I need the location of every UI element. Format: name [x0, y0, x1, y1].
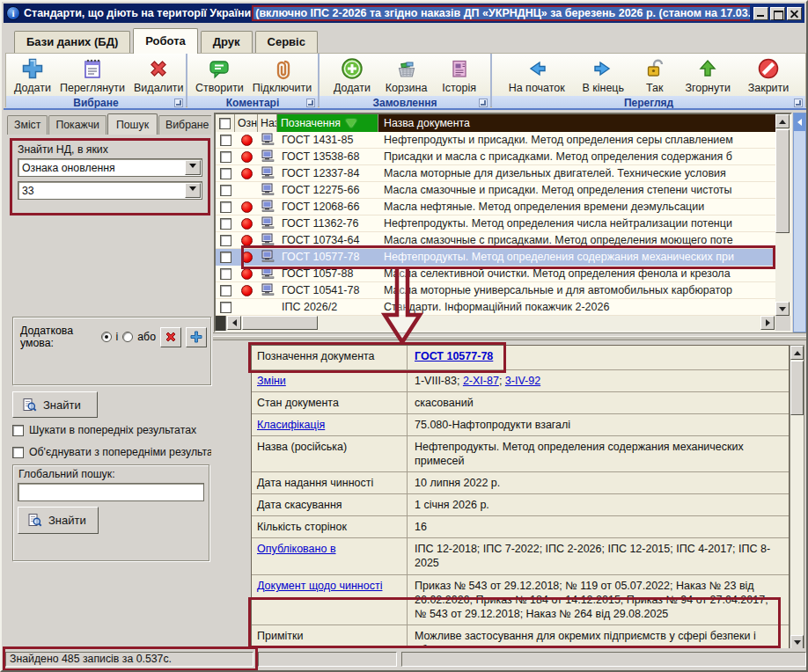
ribbon-button-корзина[interactable]: Корзина — [381, 55, 432, 95]
row-checkbox[interactable] — [216, 199, 235, 215]
ribbon-button-на-початок[interactable]: На початок — [504, 55, 569, 95]
designation-cell[interactable]: ІПС 2026/2 — [277, 299, 378, 315]
radio-or[interactable] — [122, 332, 133, 342]
scroll-thumb[interactable] — [790, 361, 804, 415]
table-row[interactable]: ГОСТ 12337-84Масла моторные для дизельны… — [216, 165, 775, 182]
collapse-pane-button[interactable] — [794, 113, 805, 131]
document-name-cell[interactable]: Масла селективной очистки. Метод определ… — [378, 266, 775, 281]
detail-label[interactable]: Документ щодо чинності — [252, 575, 408, 625]
ribbon-tab-бази-даних-бд-[interactable]: Бази даних (БД) — [14, 31, 130, 53]
row-checkbox[interactable] — [216, 215, 235, 231]
ribbon-tab-робота[interactable]: Робота — [133, 28, 198, 54]
ribbon-button-переглянути[interactable]: Переглянути — [55, 55, 129, 95]
designation-cell[interactable]: ГОСТ 10541-78 — [277, 282, 378, 298]
scroll-left-icon[interactable] — [227, 316, 241, 330]
ribbon-tab-друк[interactable]: Друк — [201, 31, 253, 53]
ribbon-button-історія[interactable]: Історія — [437, 55, 481, 95]
sidebar-tab-пошук[interactable]: Пошук — [107, 113, 158, 135]
row-checkbox[interactable] — [216, 249, 235, 265]
minimize-icon[interactable] — [753, 7, 768, 20]
designation-cell[interactable]: ГОСТ 10734-64 — [277, 232, 378, 248]
detail-value-link[interactable]: 2-XI-87 — [463, 375, 499, 387]
find-button[interactable]: Знайти — [12, 391, 98, 418]
scroll-down-icon[interactable] — [790, 635, 804, 649]
ribbon-button-закрити[interactable]: Закрити — [744, 55, 794, 95]
document-name-cell[interactable]: Присадки и масла с присадками. Метод опр… — [378, 149, 775, 164]
ribbon-button-видалити[interactable]: Видалити — [129, 55, 188, 95]
document-name-cell[interactable]: Масла моторные для дизельных двигателей.… — [378, 165, 775, 181]
table-row[interactable]: ГОСТ 1431-85Нефтепродукты и присадки. Ме… — [216, 132, 775, 149]
table-row[interactable]: ГОСТ 12068-66Масла нефтяные. Метод опред… — [216, 199, 775, 215]
sidebar-tab-вибране[interactable]: Вибране — [158, 115, 211, 135]
document-name-cell[interactable]: Масла моторные универсальные и для автом… — [378, 282, 775, 298]
scroll-up-icon[interactable] — [775, 114, 790, 128]
close-icon[interactable] — [787, 7, 802, 20]
row-checkbox[interactable] — [216, 182, 235, 198]
radio-and[interactable] — [101, 332, 112, 342]
row-checkbox[interactable] — [216, 165, 235, 181]
table-row[interactable]: ГОСТ 1057-88Масла селективной очистки. М… — [216, 266, 775, 282]
ribbon-button-додати[interactable]: Додати — [329, 55, 375, 95]
detail-value-link[interactable]: ГОСТ 10577-78 — [415, 350, 493, 362]
global-find-button[interactable]: Знайти — [18, 507, 99, 534]
checkbox-search-previous[interactable]: Шукати в попередніх результатах — [12, 424, 211, 436]
search-value-combobox[interactable]: 33 — [18, 181, 202, 200]
sidebar-tab-зміст[interactable]: Зміст — [7, 115, 48, 135]
maximize-icon[interactable] — [770, 7, 785, 20]
designation-cell[interactable]: ГОСТ 10577-78 — [277, 249, 378, 265]
ribbon-tab-сервіс[interactable]: Сервіс — [255, 31, 318, 53]
designation-cell[interactable]: ГОСТ 11362-76 — [277, 215, 378, 231]
designation-cell[interactable]: ГОСТ 13538-68 — [277, 149, 378, 164]
ribbon-button-додати[interactable]: Додати — [10, 55, 55, 95]
row-checkbox[interactable] — [216, 232, 235, 248]
checkbox-icon[interactable] — [12, 425, 24, 436]
table-horizontal-scrollbar[interactable] — [216, 316, 775, 331]
column-header-designation[interactable]: Позначення — [277, 114, 378, 132]
splitter-grip[interactable] — [216, 316, 226, 331]
detail-value-link[interactable]: 3-IV-92 — [505, 375, 540, 387]
dialog-launcher-icon[interactable] — [306, 99, 315, 107]
detail-label[interactable]: Зміни — [252, 370, 408, 391]
ribbon-button-так[interactable]: Так — [637, 55, 672, 95]
designation-cell[interactable]: ГОСТ 12337-84 — [277, 165, 378, 181]
designation-cell[interactable]: ГОСТ 1431-85 — [277, 132, 378, 148]
detail-label[interactable]: Класифікація — [252, 414, 408, 435]
ribbon-button-згорнути[interactable]: Згорнути — [680, 55, 735, 95]
scroll-right-icon[interactable] — [760, 316, 775, 330]
add-condition-button[interactable] — [186, 327, 207, 347]
designation-cell[interactable]: ГОСТ 1057-88 — [277, 266, 378, 281]
checkbox-merge-previous[interactable]: Об'єднувати з попередніми результатами — [12, 446, 211, 458]
table-row[interactable]: ГОСТ 12275-66Масла смазочные и присадки.… — [216, 182, 775, 199]
remove-condition-button[interactable] — [160, 327, 181, 347]
document-name-cell[interactable]: Масла смазочные и присадки. Метод опреде… — [378, 182, 775, 198]
column-header-naz[interactable]: Наз — [258, 114, 277, 132]
chevron-down-icon[interactable] — [185, 183, 201, 198]
designation-cell[interactable]: ГОСТ 12275-66 — [277, 182, 378, 198]
ribbon-button-створити[interactable]: Створити — [191, 55, 248, 95]
table-row[interactable]: ГОСТ 13538-68Присадки и масла с присадка… — [216, 149, 775, 165]
table-row[interactable]: ІПС 2026/2Стандарти. Інформаційний покаж… — [216, 299, 775, 316]
table-vertical-scrollbar[interactable] — [775, 114, 790, 316]
document-name-cell[interactable]: Масла смазочные с присадками. Метод опре… — [378, 232, 775, 248]
sidebar-tab-покажчи[interactable]: Покажчи — [48, 115, 107, 135]
row-checkbox[interactable] — [216, 266, 235, 281]
dialog-launcher-icon[interactable] — [479, 99, 488, 107]
table-row[interactable]: ГОСТ 10577-78Нефтепродукты. Метод опреде… — [216, 249, 775, 266]
scroll-thumb[interactable] — [242, 316, 318, 330]
checkbox-icon[interactable] — [12, 447, 24, 458]
scroll-up-icon[interactable] — [790, 346, 804, 360]
document-name-cell[interactable]: Нефтепродукты и присадки. Метод определе… — [378, 132, 775, 148]
row-checkbox[interactable] — [216, 132, 235, 148]
ribbon-button-в-кінець[interactable]: В кінець — [577, 55, 628, 95]
document-name-cell[interactable]: Нефтепродукты. Метод определения содержа… — [378, 249, 775, 265]
dialog-launcher-icon[interactable] — [794, 99, 803, 107]
document-name-cell[interactable]: Масла нефтяные. Метод определения времен… — [378, 199, 775, 215]
table-row[interactable]: ГОСТ 10734-64Масла смазочные с присадкам… — [216, 232, 775, 249]
ribbon-button-підключити[interactable]: Підключити — [248, 55, 316, 95]
table-row[interactable]: ГОСТ 10541-78Масла моторные универсальны… — [216, 282, 775, 299]
document-name-cell[interactable]: Стандарти. Інформаційний покажчик 2-2026 — [378, 299, 775, 315]
select-all-header[interactable] — [216, 114, 235, 132]
global-search-input[interactable] — [18, 483, 204, 501]
dialog-launcher-icon[interactable] — [174, 99, 183, 107]
column-header-oznaka[interactable]: Озн — [235, 114, 258, 132]
